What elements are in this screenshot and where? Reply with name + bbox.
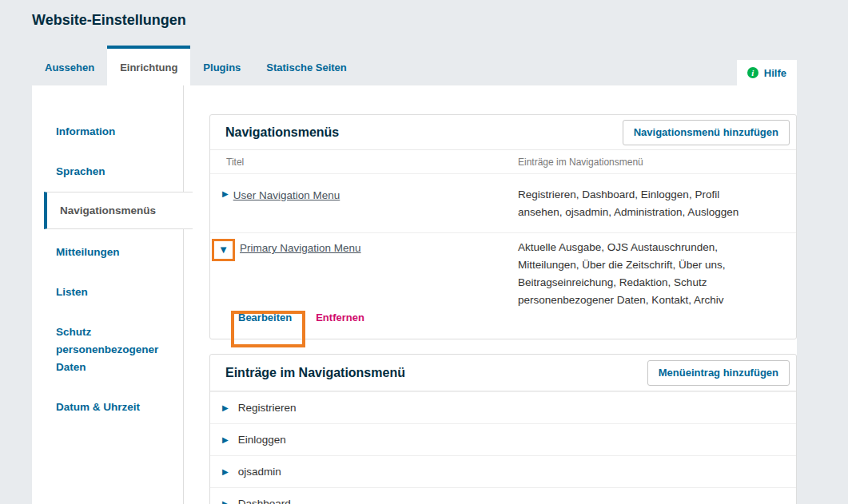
sidebar-item-sprachen[interactable]: Sprachen	[56, 163, 176, 181]
help-button[interactable]: i Hilfe	[737, 60, 797, 85]
navigation-menus-panel: Navigationsmenüs Navigationsmenü hinzufü…	[209, 114, 797, 339]
list-item-dashboard[interactable]: ▶ Dashboard	[210, 487, 796, 504]
list-item-registrieren[interactable]: ▶ Registrieren	[210, 391, 796, 423]
tab-plugins[interactable]: Plugins	[190, 46, 253, 85]
grid-column-headers: Titel Einträge im Navigationsmenü	[210, 150, 796, 174]
user-navigation-menu-link[interactable]: User Navigation Menu	[233, 188, 340, 204]
sidebar-item-listen[interactable]: Listen	[56, 284, 176, 301]
menu-items-panel-header: Einträge im Navigationsmenü Menüeintrag …	[210, 355, 796, 391]
list-item-label: Registrieren	[238, 402, 297, 414]
expand-arrow-icon[interactable]: ▶	[222, 466, 229, 478]
collapse-arrow-icon: ▼	[221, 244, 227, 256]
primary-navigation-menu-link[interactable]: Primary Navigation Menu	[240, 240, 361, 256]
settings-sidebar: Information Sprachen Navigationsmenüs Mi…	[32, 85, 184, 504]
row-title-cell: ▼ Primary Navigation Menu	[210, 239, 518, 261]
list-item-label: ojsadmin	[238, 466, 281, 478]
bearbeiten-link[interactable]: Bearbeiten	[238, 312, 292, 323]
expand-arrow-icon[interactable]: ▶	[222, 435, 229, 446]
panel-title-eintraege: Einträge im Navigationsmenü	[225, 366, 405, 380]
sidebar-item-datum-uhrzeit[interactable]: Datum & Uhrzeit	[56, 399, 176, 416]
table-row-primary-navigation-menu: ▼ Primary Navigation Menu Aktuelle Ausga…	[210, 233, 796, 326]
list-item-label: Einloggen	[238, 434, 286, 446]
sidebar-item-information[interactable]: Information	[56, 123, 176, 141]
row-title-cell: ▶ User Navigation Menu	[210, 186, 518, 204]
add-menu-item-button[interactable]: Menüeintrag hinzufügen	[647, 360, 790, 386]
row-items-summary: Registrieren, Dashboard, Einloggen, Prof…	[518, 186, 796, 221]
list-item-einloggen[interactable]: ▶ Einloggen	[210, 423, 796, 455]
tab-aussehen[interactable]: Aussehen	[32, 46, 107, 85]
row-items-summary: Aktuelle Ausgabe, OJS Austauschrunden, M…	[518, 239, 796, 309]
help-label: Hilfe	[764, 67, 786, 79]
column-header-eintraege: Einträge im Navigationsmenü	[518, 157, 796, 168]
content-area: Information Sprachen Navigationsmenüs Mi…	[32, 85, 797, 504]
list-item-ojsadmin[interactable]: ▶ ojsadmin	[210, 455, 796, 487]
entfernen-link[interactable]: Entfernen	[316, 312, 364, 323]
sidebar-item-mitteilungen[interactable]: Mitteilungen	[56, 244, 176, 261]
expand-arrow-highlight-box[interactable]: ▼	[212, 239, 235, 261]
expand-arrow-icon[interactable]: ▶	[222, 189, 229, 200]
table-row-user-navigation-menu: ▶ User Navigation Menu Registrieren, Das…	[210, 174, 796, 233]
sidebar-item-schutz-personenbezogener-daten[interactable]: Schutz personenbezogener Daten	[56, 323, 169, 376]
info-circle-icon: i	[747, 67, 758, 78]
tab-statische-seiten[interactable]: Statische Seiten	[253, 46, 359, 85]
add-navigation-menu-button[interactable]: Navigationsmenü hinzufügen	[623, 120, 790, 145]
panel-title-navigationsmenus: Navigationsmenüs	[225, 125, 339, 140]
settings-tab-bar: Aussehen Einrichtung Plugins Statische S…	[32, 46, 360, 85]
expand-arrow-icon[interactable]: ▶	[222, 498, 229, 504]
page-title: Website-Einstellungen	[32, 12, 186, 29]
sidebar-item-navigationsmenus[interactable]: Navigationsmenüs	[44, 192, 193, 229]
navigation-menus-panel-header: Navigationsmenüs Navigationsmenü hinzufü…	[210, 115, 796, 150]
list-item-label: Dashboard	[238, 498, 291, 504]
column-header-titel: Titel	[210, 157, 518, 168]
row-action-links: Bearbeiten Entfernen	[210, 309, 796, 326]
tab-einrichtung[interactable]: Einrichtung	[107, 46, 190, 85]
expand-arrow-icon[interactable]: ▶	[222, 403, 229, 414]
menu-items-panel: Einträge im Navigationsmenü Menüeintrag …	[209, 354, 797, 504]
